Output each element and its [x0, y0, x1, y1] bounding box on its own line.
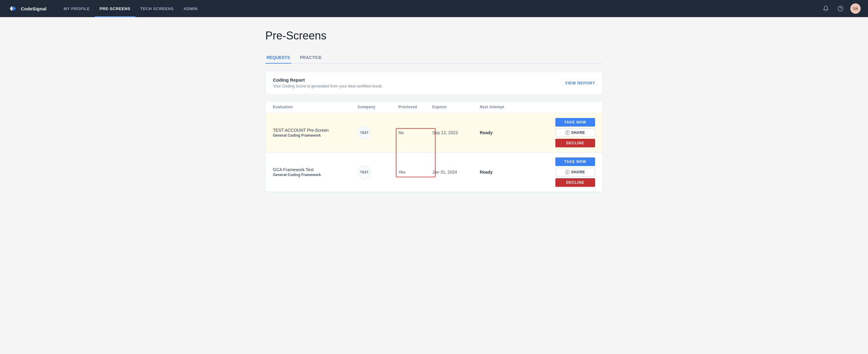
header-evaluation: Evaluation [273, 105, 358, 109]
report-card-info: Coding Report Your Coding Score is gener… [273, 77, 383, 88]
expires-cell-1: Sep 12, 2023 [432, 130, 479, 135]
eval-name-1: TEST ACCOUNT Pre-Screen [273, 128, 358, 133]
proctored-cell-2: Yes [399, 170, 432, 175]
nav-link-my-profile[interactable]: MY PROFILE [59, 0, 95, 17]
page-title: Pre-Screens [265, 29, 603, 42]
help-icon[interactable] [836, 4, 845, 13]
logo-text: CodeSignal [21, 6, 46, 11]
decline-button-1[interactable]: DECLINE [555, 139, 595, 147]
next-attempt-cell-1: Ready [480, 130, 527, 135]
report-card: Coding Report Your Coding Score is gener… [265, 71, 603, 95]
actions-cell-1: TAKE NOW i SHARE DECLINE [527, 118, 595, 147]
navbar: CodeSignal MY PROFILE PRE-SCREENS TECH S… [0, 0, 868, 17]
avatar[interactable]: YA [850, 3, 861, 14]
nav-links: MY PROFILE PRE-SCREENS TECH SCREENS ADMI… [59, 0, 811, 17]
info-icon-1: i [565, 130, 570, 135]
company-cell-2: TEST [358, 166, 398, 179]
header-company: Company [358, 105, 398, 109]
company-badge-2: TEST [358, 166, 371, 179]
eval-info-2: GCA Framework Test General Coding Framew… [273, 167, 358, 177]
header-actions [527, 105, 595, 109]
table-row: GCA Framework Test General Coding Framew… [266, 152, 602, 192]
eval-info-1: TEST ACCOUNT Pre-Screen General Coding F… [273, 128, 358, 138]
take-now-button-1[interactable]: TAKE NOW [555, 118, 595, 126]
report-card-description: Your Coding Score is generated from your… [273, 84, 383, 88]
evaluations-table: Evaluation Company Proctored Expires Nex… [265, 101, 603, 192]
proctored-cell-1: No [399, 130, 432, 135]
tabs: REQUESTS PRACTICE [265, 52, 603, 64]
info-icon-2: i [565, 170, 570, 174]
table-header: Evaluation Company Proctored Expires Nex… [266, 101, 602, 113]
header-expires: Expires [432, 105, 479, 109]
eval-framework-1: General Coding Framework [273, 133, 358, 138]
eval-name-2: GCA Framework Test [273, 167, 358, 172]
header-proctored: Proctored [399, 105, 432, 109]
take-now-button-2[interactable]: TAKE NOW [555, 157, 595, 166]
expires-cell-2: Jan 31, 2024 [432, 170, 479, 175]
next-attempt-cell-2: Ready [480, 170, 527, 175]
nav-link-admin[interactable]: ADMIN [179, 0, 202, 17]
report-card-title: Coding Report [273, 77, 383, 83]
notifications-icon[interactable] [821, 4, 831, 13]
header-next-attempt: Next Attempt [480, 105, 527, 109]
tab-requests[interactable]: REQUESTS [265, 52, 291, 64]
view-report-button[interactable]: VIEW REPORT [565, 81, 595, 85]
table-row: TEST ACCOUNT Pre-Screen General Coding F… [266, 113, 602, 152]
company-badge-1: TEST [358, 126, 371, 139]
eval-framework-2: General Coding Framework [273, 173, 358, 177]
share-button-1[interactable]: i SHARE [555, 128, 595, 137]
share-button-2[interactable]: i SHARE [555, 168, 595, 176]
decline-button-2[interactable]: DECLINE [555, 178, 595, 187]
logo[interactable]: CodeSignal [7, 3, 46, 14]
actions-cell-2: TAKE NOW i SHARE DECLINE [527, 157, 595, 187]
nav-link-pre-screens[interactable]: PRE-SCREENS [95, 0, 135, 17]
company-cell-1: TEST [358, 126, 398, 139]
nav-link-tech-screens[interactable]: TECH SCREENS [135, 0, 179, 17]
tab-practice[interactable]: PRACTICE [299, 52, 323, 64]
main-content: Pre-Screens REQUESTS PRACTICE Coding Rep… [251, 17, 617, 205]
navbar-right: YA [821, 3, 861, 14]
